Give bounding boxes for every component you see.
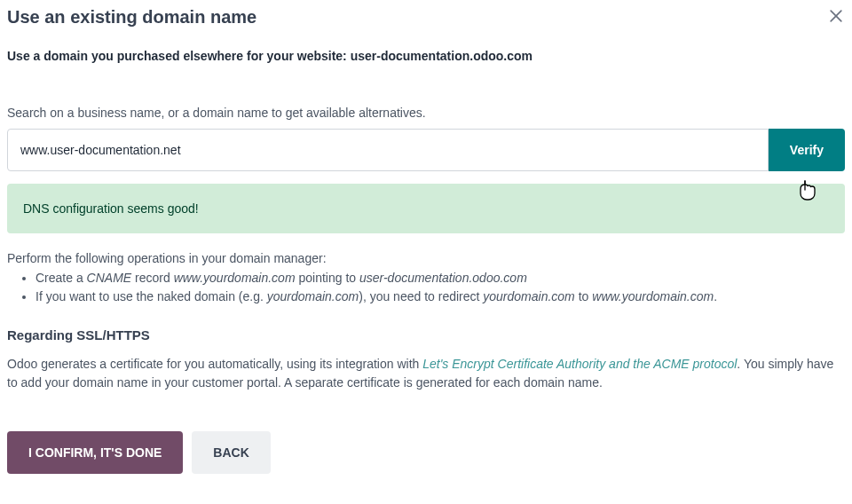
verify-button[interactable]: Verify [769, 129, 845, 171]
dialog-title: Use an existing domain name [7, 7, 256, 28]
confirm-button[interactable]: I CONFIRM, IT'S DONE [7, 431, 183, 474]
button-row: I CONFIRM, IT'S DONE BACK [7, 431, 845, 474]
text: Create a [36, 271, 87, 285]
subtitle: Use a domain you purchased elsewhere for… [7, 49, 845, 63]
list-item: If you want to use the naked domain (e.g… [36, 287, 845, 306]
back-button[interactable]: BACK [192, 431, 270, 474]
text-em: yourdomain.com [483, 289, 575, 303]
close-icon[interactable] [827, 7, 845, 25]
text-em: yourdomain.com [267, 289, 359, 303]
text-em: www.yourdomain.com [174, 271, 296, 285]
text: record [131, 271, 173, 285]
ssl-heading: Regarding SSL/HTTPS [7, 327, 845, 343]
search-row: Verify [7, 129, 845, 171]
text: ), you need to redirect [359, 289, 483, 303]
text: If you want to use the naked domain (e.g… [36, 289, 267, 303]
text-em: CNAME [87, 271, 132, 285]
text: Odoo generates a certificate for you aut… [7, 357, 422, 371]
search-label: Search on a business name, or a domain n… [7, 106, 845, 120]
subtitle-prefix: Use a domain you purchased elsewhere for… [7, 49, 351, 63]
domain-input[interactable] [7, 129, 769, 171]
lets-encrypt-link[interactable]: Let's Encrypt Certificate Authority and … [422, 357, 737, 371]
text: pointing to [296, 271, 359, 285]
instructions-intro: Perform the following operations in your… [7, 251, 845, 265]
list-item: Create a CNAME record www.yourdomain.com… [36, 269, 845, 287]
text-em: user-documentation.odoo.com [359, 271, 527, 285]
text: . [714, 289, 717, 303]
text-em: www.yourdomain.com [592, 289, 714, 303]
instructions-list: Create a CNAME record www.yourdomain.com… [7, 269, 845, 306]
subtitle-domain: user-documentation.odoo.com [351, 49, 532, 63]
ssl-paragraph: Odoo generates a certificate for you aut… [7, 355, 845, 392]
text: to [575, 289, 592, 303]
status-banner: DNS configuration seems good! [7, 184, 845, 233]
